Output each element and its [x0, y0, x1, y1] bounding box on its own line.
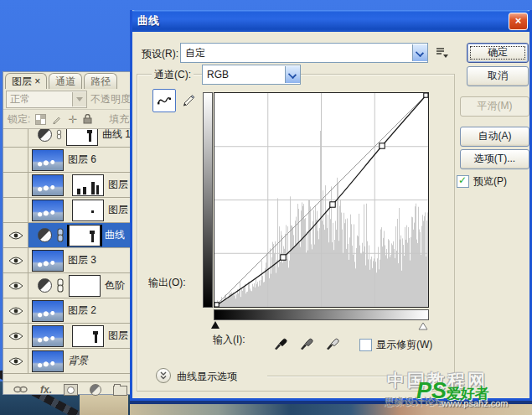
visibility-toggle[interactable] — [3, 198, 28, 222]
layer-name: 图层 2 — [68, 303, 96, 318]
layer-thumbnail[interactable] — [32, 149, 64, 171]
layer-row[interactable]: 图层 5 — [3, 173, 131, 198]
layer-rows: 曲线 1图层 6图层 5图层 4曲线图层 3色阶图层 2图层 1背景 — [3, 129, 131, 381]
visibility-toggle[interactable] — [3, 324, 28, 348]
tab-channels[interactable]: 通道 — [49, 73, 82, 89]
layers-panel: 图层 × 通道 路径 正常 不透明度 锁定: ✛ 填充 曲线 1图层 6图层 5… — [3, 71, 131, 395]
dialog-titlebar[interactable]: 曲线 — [130, 10, 532, 32]
new-group-icon[interactable] — [113, 386, 127, 396]
layer-row[interactable]: 图层 3 — [3, 248, 131, 273]
layer-mask-thumbnail[interactable] — [72, 174, 104, 196]
layer-mask-thumbnail[interactable] — [66, 129, 98, 146]
chevron-down-icon — [72, 92, 86, 106]
blend-mode-select[interactable]: 正常 — [6, 91, 87, 108]
layer-thumbnail[interactable] — [32, 200, 64, 221]
lock-brush-icon[interactable] — [52, 114, 62, 124]
new-adjustment-layer-icon[interactable] — [90, 384, 101, 396]
input-gradient-bar — [214, 309, 429, 320]
output-gradient-bar — [203, 92, 213, 308]
layer-thumbnail[interactable] — [32, 250, 64, 272]
preset-value: 自定 — [181, 46, 412, 60]
layer-thumbnail[interactable] — [32, 350, 64, 372]
layer-style-icon[interactable]: fx. — [40, 385, 52, 395]
preset-select[interactable]: 自定 — [180, 43, 428, 63]
tab-paths[interactable]: 路径 — [84, 73, 117, 89]
layer-name: 图层 4 — [108, 203, 131, 217]
visibility-toggle[interactable] — [3, 248, 28, 272]
layer-mask-thumbnail[interactable] — [72, 325, 104, 347]
eye-icon — [8, 231, 23, 241]
preset-options-icon[interactable] — [431, 44, 452, 60]
gray-point-eyedropper-icon[interactable] — [298, 334, 315, 350]
white-point-eyedropper-icon[interactable] — [324, 334, 341, 350]
layer-mask-thumbnail[interactable] — [72, 200, 104, 221]
layer-mask-thumbnail[interactable] — [69, 275, 101, 297]
black-point-eyedropper-icon[interactable] — [272, 334, 289, 350]
layer-mask-thumbnail[interactable] — [69, 225, 101, 246]
cancel-button[interactable]: 取消 — [467, 66, 529, 86]
display-options-expander[interactable] — [156, 368, 171, 383]
adjustment-layer-icon — [38, 278, 52, 293]
layer-row[interactable]: 图层 4 — [3, 198, 131, 223]
layer-row[interactable]: 背景 — [3, 349, 131, 374]
blend-mode-value: 正常 — [7, 92, 72, 106]
layer-name: 图层 6 — [68, 153, 96, 167]
curve-control-point[interactable] — [214, 303, 219, 307]
curves-dialog: 曲线 × 预设(R): 自定 确定 取消 平滑(M) 自动(A) 选项(T)..… — [130, 10, 532, 401]
lock-all-icon[interactable] — [83, 114, 92, 124]
lock-move-icon[interactable]: ✛ — [68, 115, 77, 124]
shadow-input-slider[interactable] — [211, 321, 220, 329]
curve-control-point[interactable] — [330, 202, 335, 207]
output-label: 输出(O): — [148, 276, 186, 290]
layer-row[interactable]: 曲线 — [3, 223, 131, 248]
layer-row[interactable]: 色阶 — [3, 273, 131, 298]
curve-plot[interactable] — [214, 93, 428, 307]
layer-thumbnail[interactable] — [32, 325, 64, 347]
options-button[interactable]: 选项(T)... — [460, 149, 529, 169]
show-clip-row[interactable]: 显示修剪(W) — [359, 338, 432, 352]
preset-label: 预设(R): — [142, 47, 178, 61]
preview-checkbox[interactable] — [457, 175, 469, 188]
visibility-toggle[interactable] — [3, 148, 28, 172]
mask-link-icon — [56, 228, 65, 242]
curve-control-point[interactable] — [424, 93, 428, 97]
auto-button[interactable]: 自动(A) — [460, 127, 529, 147]
edit-points-tool-button[interactable] — [152, 89, 176, 112]
adjustment-layer-icon — [38, 228, 52, 242]
visibility-toggle[interactable] — [3, 129, 28, 147]
eye-icon — [8, 306, 23, 316]
link-layers-icon[interactable] — [13, 384, 28, 396]
ok-button[interactable]: 确定 — [467, 43, 529, 63]
visibility-toggle[interactable] — [3, 298, 28, 323]
layer-name: 背景 — [68, 354, 88, 368]
curve-grid[interactable] — [214, 92, 429, 308]
tab-layers[interactable]: 图层 × — [5, 73, 47, 89]
visibility-toggle[interactable] — [3, 173, 28, 197]
layer-row[interactable]: 图层 1 — [3, 324, 131, 349]
visibility-toggle[interactable] — [3, 349, 28, 373]
close-button[interactable]: × — [509, 13, 528, 30]
lock-transparency-icon[interactable] — [35, 114, 46, 125]
channel-select[interactable]: RGB — [202, 65, 301, 85]
channel-label: 通道(C): — [152, 68, 194, 82]
add-mask-icon[interactable] — [64, 384, 78, 396]
chevron-down-icon — [285, 66, 300, 83]
layer-thumbnail[interactable] — [32, 300, 64, 322]
highlight-input-slider[interactable] — [418, 321, 428, 333]
pencil-tool-button[interactable] — [179, 91, 198, 109]
layer-name: 色阶 — [105, 278, 125, 293]
curve-control-point[interactable] — [380, 143, 385, 148]
curve-control-point[interactable] — [281, 255, 286, 260]
watermark-url: www.psahz.com — [442, 398, 508, 408]
preview-label: 预览(P) — [473, 174, 507, 189]
layer-thumbnail[interactable] — [32, 174, 64, 196]
opacity-label: 不透明度 — [90, 92, 131, 106]
layer-row[interactable]: 曲线 1 — [3, 129, 131, 148]
visibility-toggle[interactable] — [3, 223, 28, 247]
visibility-toggle[interactable] — [3, 273, 28, 298]
preview-checkbox-row[interactable]: 预览(P) — [457, 174, 507, 189]
smooth-button: 平滑(M) — [460, 96, 529, 117]
show-clip-checkbox[interactable] — [359, 339, 372, 351]
layer-row[interactable]: 图层 2 — [3, 298, 131, 324]
layer-row[interactable]: 图层 6 — [3, 148, 131, 173]
